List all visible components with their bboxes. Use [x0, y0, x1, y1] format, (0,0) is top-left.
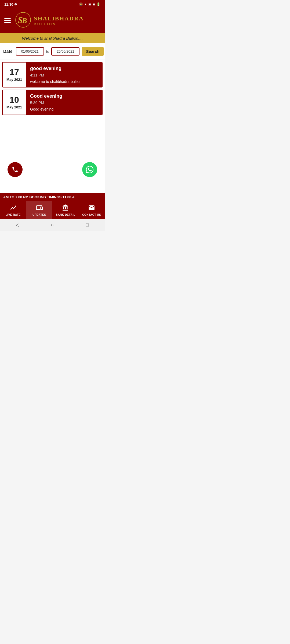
card-day-2: 10: [9, 96, 19, 104]
notification-card-2: 10 May 2021 Good evening 5:39 PM Good ev…: [2, 90, 103, 115]
card-time-2: 5:39 PM: [30, 101, 98, 105]
card-content-2: Good evening 5:39 PM Good evening: [26, 90, 102, 115]
home-button[interactable]: ○: [49, 221, 56, 229]
clock: 11:30: [4, 2, 13, 6]
bottom-navigation: LIVE RATE UPDATES BANK DETAIL CONTACT US: [0, 201, 105, 219]
android-nav-bar: ◁ ○ □: [0, 219, 105, 231]
to-date-input[interactable]: [51, 47, 79, 56]
p-icon: ⊕: [14, 2, 17, 6]
live-rate-icon: [10, 204, 17, 212]
card-message-2: Good evening: [30, 107, 98, 111]
app-logo: S B: [15, 12, 31, 29]
notification-card: 17 May 2021 good evening 4:11 PM welcome…: [2, 62, 103, 87]
menu-button[interactable]: [4, 18, 11, 23]
status-icons: 🔕 ▲ ▣ ▣ 🔋: [79, 2, 100, 6]
notifications-container: 17 May 2021 good evening 4:11 PM welcome…: [0, 60, 105, 119]
from-date-input[interactable]: [16, 47, 44, 56]
welcome-banner: Welcome to shalibhadra Bullion....: [0, 33, 105, 43]
card-title-1: good evening: [30, 66, 98, 71]
nav-item-updates[interactable]: UPDATES: [26, 201, 53, 219]
search-button[interactable]: Search: [82, 47, 104, 56]
svg-text:B: B: [22, 16, 27, 25]
card-date-1: 17 May 2021: [3, 63, 26, 87]
wifi-icon: ▲: [84, 2, 87, 6]
nav-item-bank-detail[interactable]: BANK DETAIL: [52, 201, 79, 219]
ticker-text: AM TO 7.00 PM BOOKING TIMINGS 11.00 A: [3, 195, 75, 199]
date-filter: Date to Search: [0, 43, 105, 60]
brand-name: SHALIBHADRA: [34, 15, 84, 22]
nav-label-updates: UPDATES: [32, 213, 46, 216]
battery-icon: 🔋: [96, 2, 100, 6]
card-month-year-2: May 2021: [6, 105, 22, 109]
status-time: 11:30 ⊕: [4, 2, 17, 6]
updates-icon: [36, 204, 43, 212]
card-day-1: 17: [9, 68, 19, 76]
welcome-text: Welcome to shalibhadra Bullion....: [22, 36, 83, 41]
card-message-1: welcome to shalibhadra bullion: [30, 79, 98, 84]
card-date-2: 10 May 2021: [3, 90, 26, 115]
app-header: S B SHALIBHADRA BULLION: [0, 9, 105, 33]
logo-container: S B SHALIBHADRA BULLION: [15, 12, 84, 29]
brand-sub: BULLION: [34, 22, 84, 26]
contact-us-icon: [88, 204, 95, 212]
nav-label-live-rate: LIVE RATE: [6, 213, 21, 216]
nav-label-bank-detail: BANK DETAIL: [56, 213, 75, 216]
signal-icon: ▣: [88, 2, 91, 6]
signal2-icon: ▣: [92, 2, 95, 6]
card-content-1: good evening 4:11 PM welcome to shalibha…: [26, 63, 102, 87]
card-month-year-1: May 2021: [6, 78, 22, 82]
bank-detail-icon: [62, 204, 69, 212]
back-button[interactable]: ◁: [14, 221, 21, 229]
brand-text: SHALIBHADRA BULLION: [34, 15, 84, 26]
call-fab-button[interactable]: [8, 162, 23, 177]
card-time-1: 4:11 PM: [30, 73, 98, 77]
nav-item-live-rate[interactable]: LIVE RATE: [0, 201, 26, 219]
nav-label-contact-us: CONTACT US: [82, 213, 101, 216]
whatsapp-fab-button[interactable]: [82, 162, 97, 177]
nav-item-contact-us[interactable]: CONTACT US: [79, 201, 105, 219]
date-label: Date: [3, 49, 13, 54]
bell-icon: 🔕: [79, 2, 83, 6]
to-label: to: [46, 49, 49, 54]
status-bar: 11:30 ⊕ 🔕 ▲ ▣ ▣ 🔋: [0, 0, 105, 9]
ticker-bar: AM TO 7.00 PM BOOKING TIMINGS 11.00 A: [0, 193, 105, 201]
recent-button[interactable]: □: [84, 221, 91, 229]
card-title-2: Good evening: [30, 93, 98, 99]
